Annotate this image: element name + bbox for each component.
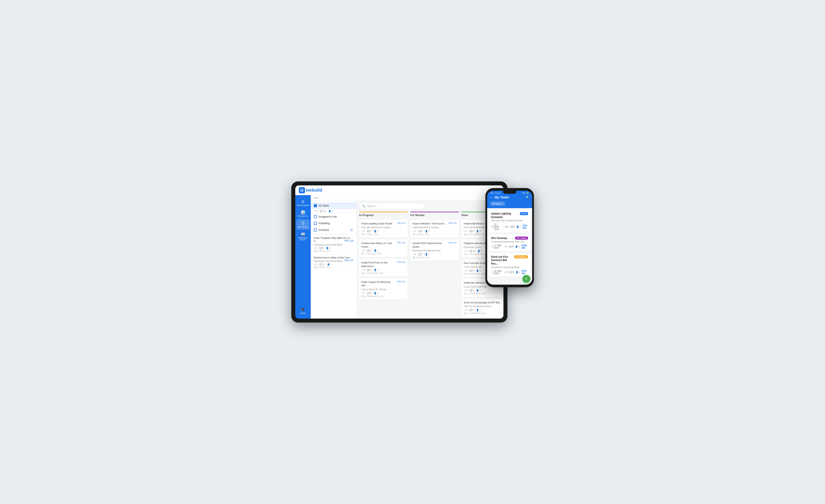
filter-panel: ✓ All Tasks ✓ 0 💬 13 👤 2 — [311, 201, 357, 319]
filter-bar: Filter... — [311, 195, 504, 201]
phone-filter-area: All tasks ▾ — [487, 201, 532, 208]
phone-task-card-2[interactable]: Send out Fire Services Bid Pac... In pro… — [489, 253, 530, 277]
checkbox-following — [314, 222, 317, 225]
phone-task-card-0[interactable]: Update Lighting Schedule To do Salt Lake… — [489, 210, 530, 233]
left-task-id-1: PRO-135 — [345, 239, 354, 242]
phone-task-card-1[interactable]: Site Cleanup For review Commercial Apart… — [489, 234, 530, 251]
tablet-screen: webuild JASON ▾ ⊞ DASHBOARD 📊 PROJECTS — [295, 185, 504, 319]
task-badge-0: To do — [520, 212, 528, 215]
fab-button[interactable]: + — [522, 275, 530, 283]
phone-content: Update Lighting Schedule To do Salt Lake… — [487, 208, 532, 285]
board-card-0-1[interactable]: Finalise East Wing Lvl 1 and Finish... P… — [359, 239, 408, 257]
left-task-date-2: 🕐 10 APRIL, 2019 — [314, 266, 354, 268]
column-for-review: For Review Inspect Window / Tint Face fo… — [410, 212, 459, 316]
board-area: 🔍 Search... NEW In Progress — [357, 201, 504, 319]
logo-area: webuild — [299, 187, 322, 193]
filter-archived-label: Archived — [319, 229, 329, 232]
board-card-1-1[interactable]: Contact AGF Eelectrical for Quote... PRO… — [410, 239, 459, 261]
sidebar-item-my-tasks[interactable]: ☰ MY TASKS — [296, 219, 310, 230]
phone-task-sub-1: Commercial Apartments Park City — [491, 241, 528, 243]
task-badge-1: For review — [515, 237, 528, 240]
filter-assigned-label: Assigned to me — [319, 215, 337, 218]
sidebar-item-dashboard[interactable]: ⊞ DASHBOARD — [296, 198, 310, 208]
tablet-device: webuild JASON ▾ ⊞ DASHBOARD 📊 PROJECTS — [291, 181, 508, 323]
content-area: ✓ All Tasks ✓ 0 💬 13 👤 2 — [311, 201, 504, 319]
sidebar-label-projects: PROJECTS — [298, 215, 308, 217]
filter-label: Filter... — [313, 196, 321, 199]
search-box[interactable]: 🔍 Search... — [359, 203, 426, 209]
left-task-title-2: Review how to safely render front ... PR… — [314, 256, 354, 259]
task-badge-2: In progress — [514, 255, 528, 258]
archived-badge: 5 — [350, 229, 354, 232]
filter-all-tasks-label: All Tasks — [319, 204, 329, 207]
logo-text: webuild — [306, 188, 322, 193]
sidebar-label-address-book: ADDRESS BOOK — [297, 237, 309, 241]
board-card-1-0[interactable]: Inspect Window / Tint Face fo.. PRO-128 … — [410, 220, 459, 238]
filter-archived[interactable]: Archived 5 — [311, 227, 357, 233]
board-card-2-4[interactable]: Send out bid package to ECF Ele... Park … — [462, 299, 501, 316]
left-task-id-2: PRO-137 — [345, 259, 354, 262]
filter-assigned[interactable]: Assigned to me — [311, 214, 357, 220]
top-task-assignees: 👤 2 — [328, 210, 333, 212]
sidebar-label-dashboard: DASHBOARD — [297, 204, 309, 206]
my-tasks-icon: ☰ — [301, 221, 305, 225]
sidebar-guide-label: GUIDE — [300, 312, 306, 314]
column-in-progress: In Progress Finish installing Solar Pane… — [359, 212, 408, 316]
filter-following[interactable]: Following — [311, 220, 357, 227]
board-card-0-3[interactable]: Order Copper for Electrical slot... PRO-… — [359, 278, 408, 300]
left-task-sub-1: Downtown Commercial Block — [314, 244, 354, 246]
column-header-in-progress: In Progress — [359, 212, 408, 218]
phone-task-id-2: RYD-441 — [522, 270, 528, 275]
task-list-divider — [311, 233, 357, 234]
left-task-title-1: Order Tungsten Strip lights for Lvl 4...… — [314, 236, 354, 243]
checkbox-all-tasks: ✓ — [314, 204, 317, 207]
top-task-comments: 💬 13 — [320, 210, 326, 212]
sidebar-guide[interactable]: 🎓 GUIDE — [296, 306, 310, 316]
phone-task-id-0: SYD-435 — [522, 225, 528, 229]
checkbox-archived — [314, 229, 317, 232]
guide-icon: 🎓 — [301, 307, 305, 312]
filter-following-label: Following — [319, 222, 330, 225]
phone-search-icon[interactable]: 🔍 — [526, 195, 529, 199]
board-card-0-2[interactable]: Install Pool Fence & Get approval of... … — [359, 259, 408, 276]
address-book-icon: 📖 — [301, 232, 305, 236]
sidebar: ⊞ DASHBOARD 📊 PROJECTS ☰ MY TASKS 📖 ADDR… — [295, 195, 311, 319]
main-content: Filter... ✓ All Tasks — [311, 195, 504, 319]
left-task-card-2[interactable]: Review how to safely render front ... PR… — [311, 254, 357, 270]
left-task-card-1[interactable]: Order Tungsten Strip lights for Lvl 4...… — [311, 235, 357, 254]
phone-header: ← My Tasks 🔍 — [487, 194, 532, 201]
phone-task-meta-1: 🕐 17 JAN 2020 ✓ 0 💬 0 👤 1 COM-438 — [491, 244, 528, 249]
sidebar-item-address-book[interactable]: 📖 ADDRESS BOOK — [296, 230, 310, 243]
back-button[interactable]: ← — [490, 195, 493, 199]
phone-screen: ●●●○ Verizon 1:57 100% 🔋 ← My Tasks 🔍 Al… — [487, 191, 532, 285]
phone-task-id-1: COM-438 — [521, 244, 528, 249]
board-columns: In Progress Finish installing Solar Pane… — [359, 212, 501, 316]
column-header-for-review: For Review — [410, 212, 459, 218]
phone-task-meta-0: 🕐 13 MAR 2020 ✓ 0/1 💬 0 👤 1 SYD-435 — [491, 223, 528, 230]
tablet-body: ⊞ DASHBOARD 📊 PROJECTS ☰ MY TASKS 📖 ADDR… — [295, 195, 504, 319]
left-task-meta-1: ✓ 0 💬 0 👤 1 — [314, 247, 354, 249]
svg-point-1 — [301, 190, 302, 191]
search-icon: 🔍 — [362, 204, 365, 208]
checkbox-assigned — [314, 215, 317, 218]
projects-icon: 📊 — [301, 210, 305, 215]
filter-all-tasks[interactable]: ✓ All Tasks — [311, 202, 357, 209]
search-placeholder: Search... — [367, 204, 378, 208]
board-search: 🔍 Search... NEW — [359, 203, 501, 209]
left-task-meta-2: ✓ 0 💬 11 👤 5 — [314, 263, 354, 266]
phone-device: ●●●○ Verizon 1:57 100% 🔋 ← My Tasks 🔍 Al… — [485, 188, 534, 287]
sidebar-label-my-tasks: MY TASKS — [298, 226, 308, 228]
logo-icon — [299, 187, 305, 193]
phone-task-sub-2: Downtown Commercial Block — [491, 266, 528, 268]
phone-task-sub-0: Salt Lake City Residential Tower — [491, 219, 528, 222]
board-card-0-0[interactable]: Finish installing Solar Panels PRO-119 S… — [359, 220, 408, 238]
phone-filter-chevron: ▾ — [502, 202, 503, 205]
top-task-checks: ✓ 0 — [314, 210, 317, 212]
phone-notch — [503, 191, 516, 194]
sidebar-item-projects[interactable]: 📊 PROJECTS — [296, 208, 310, 219]
phone-title: My Tasks — [495, 195, 524, 199]
phone-filter-label: All tasks — [492, 202, 501, 205]
dashboard-icon: ⊞ — [301, 199, 304, 204]
phone-filter-btn[interactable]: All tasks ▾ — [490, 201, 506, 206]
scene: webuild JASON ▾ ⊞ DASHBOARD 📊 PROJECTS — [291, 181, 534, 323]
